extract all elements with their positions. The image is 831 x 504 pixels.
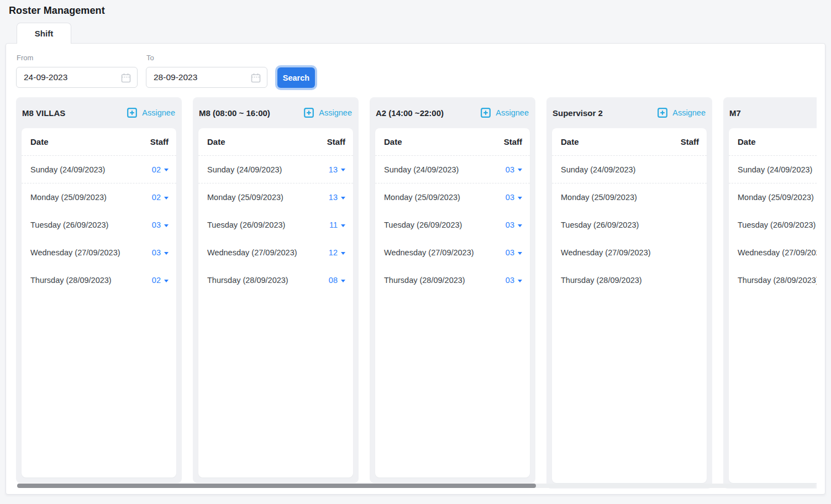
- table-row: Thursday (28/09/2023): [552, 266, 707, 294]
- table-row: Thursday (28/09/2023) 08: [198, 266, 353, 294]
- shift-name: M8 (08:00 ~ 16:00): [199, 108, 270, 118]
- row-date: Monday (25/09/2023): [561, 193, 637, 202]
- row-date: Thursday (28/09/2023): [384, 276, 465, 285]
- staff-count-dropdown[interactable]: 02: [152, 165, 169, 174]
- roster-table: Date Staff Sunday (24/09/2023) 13 Monday…: [198, 128, 353, 477]
- roster-table: Date Staff Sunday (24/09/2023) 02 Monday…: [22, 128, 176, 477]
- row-date: Sunday (24/09/2023): [384, 165, 459, 174]
- table-header-row: Date Staff: [198, 128, 353, 156]
- staff-count-dropdown[interactable]: 03: [506, 221, 522, 229]
- row-date: Sunday (24/09/2023): [30, 165, 105, 174]
- to-date-field: [146, 67, 267, 88]
- horizontal-scrollbar-thumb[interactable]: [17, 484, 536, 488]
- table-row: Sunday (24/09/2023): [729, 156, 817, 183]
- table-row: Tuesday (26/09/2023): [729, 211, 817, 239]
- to-date-input[interactable]: [146, 67, 267, 87]
- chevron-down-icon: [164, 197, 169, 200]
- row-date: Thursday (28/09/2023): [30, 276, 112, 285]
- staff-count-dropdown[interactable]: 13: [329, 193, 345, 202]
- tab-shift-label: Shift: [35, 29, 53, 38]
- shift-column-a2: A2 (14:00 ~22:00) Assignee Date Staff: [370, 97, 535, 483]
- add-assignee-button[interactable]: Assignee: [304, 108, 352, 118]
- table-row: Wednesday (27/09/2023): [552, 239, 707, 266]
- horizontal-scrollbar-track[interactable]: [17, 484, 816, 488]
- table-row: Tuesday (26/09/2023): [552, 211, 707, 239]
- row-date: Monday (25/09/2023): [30, 193, 107, 202]
- staff-count-dropdown[interactable]: 03: [506, 165, 522, 174]
- row-date: Tuesday (26/09/2023): [738, 221, 816, 229]
- staff-column-header: Staff: [681, 137, 699, 146]
- table-row: Wednesday (27/09/2023): [729, 239, 817, 266]
- date-column-header: Date: [738, 137, 756, 146]
- staff-column-header: Staff: [504, 137, 522, 146]
- table-row: Sunday (24/09/2023) 03: [375, 156, 530, 183]
- table-header-row: Date Staff: [552, 128, 707, 156]
- chevron-down-icon: [341, 252, 345, 255]
- table-header-row: Date Staff: [375, 128, 530, 156]
- row-date: Wednesday (27/09/2023): [207, 248, 297, 257]
- add-assignee-button[interactable]: Assignee: [481, 108, 529, 118]
- shift-name: Supervisor 2: [553, 108, 603, 118]
- table-row: Monday (25/09/2023): [552, 183, 707, 211]
- table-row: Monday (25/09/2023) 13: [198, 183, 353, 211]
- plus-square-icon: [304, 108, 314, 118]
- search-button[interactable]: Search: [277, 67, 315, 88]
- staff-count-dropdown[interactable]: 02: [152, 193, 169, 202]
- main-panel: From To Search M8 VILLAS: [6, 43, 825, 495]
- row-date: Monday (25/09/2023): [384, 193, 460, 202]
- shift-name: M7: [729, 108, 741, 118]
- row-date: Sunday (24/09/2023): [207, 165, 282, 174]
- from-date-input[interactable]: [17, 67, 137, 87]
- calendar-icon[interactable]: [251, 73, 261, 83]
- staff-count-dropdown[interactable]: 11: [329, 221, 345, 229]
- table-row: Wednesday (27/09/2023) 12: [198, 239, 353, 266]
- row-date: Sunday (24/09/2023): [738, 165, 812, 174]
- from-label: From: [17, 54, 33, 62]
- table-header-row: Date Staff: [22, 128, 176, 156]
- staff-count-dropdown[interactable]: 02: [152, 276, 169, 285]
- row-date: Wednesday (27/09/2023): [384, 248, 474, 257]
- from-date-field: [16, 67, 138, 88]
- shift-column-supervisor-2: Supervisor 2 Assignee Date Staff: [546, 97, 712, 489]
- assignee-label: Assignee: [142, 108, 175, 117]
- staff-count-dropdown[interactable]: 13: [329, 165, 345, 174]
- chevron-down-icon: [341, 197, 345, 200]
- row-date: Thursday (28/09/2023): [561, 276, 642, 285]
- roster-table: Date Staff Sunday (24/09/2023) Monday (2…: [729, 128, 817, 483]
- row-date: Thursday (28/09/2023): [207, 276, 288, 285]
- shift-column-m7: M7 Assignee Date Staff: [723, 97, 817, 489]
- add-assignee-button[interactable]: Assignee: [127, 108, 175, 118]
- table-row: Thursday (28/09/2023) 03: [375, 266, 530, 294]
- row-date: Wednesday (27/09/2023): [561, 248, 651, 257]
- calendar-icon[interactable]: [121, 73, 131, 83]
- chevron-down-icon: [518, 169, 522, 171]
- tab-shift[interactable]: Shift: [17, 23, 71, 44]
- page-title: Roster Management: [9, 5, 105, 17]
- table-row: Monday (25/09/2023) 03: [375, 183, 530, 211]
- table-header-row: Date Staff: [729, 128, 817, 156]
- staff-count-dropdown[interactable]: 08: [329, 276, 345, 285]
- row-date: Tuesday (26/09/2023): [561, 221, 639, 229]
- staff-count-dropdown[interactable]: 12: [329, 248, 345, 257]
- row-date: Tuesday (26/09/2023): [384, 221, 462, 229]
- chevron-down-icon: [164, 280, 169, 282]
- staff-count-dropdown[interactable]: 03: [506, 248, 522, 257]
- shift-cards-row: M8 VILLAS Assignee Date Staff: [16, 97, 817, 489]
- staff-count-dropdown[interactable]: 03: [152, 248, 169, 257]
- table-row: Thursday (28/09/2023) 02: [22, 266, 176, 294]
- staff-count-dropdown[interactable]: 03: [506, 193, 522, 202]
- shift-column-header: A2 (14:00 ~22:00) Assignee: [370, 97, 535, 128]
- plus-square-icon: [658, 108, 667, 118]
- table-row: Monday (25/09/2023): [729, 183, 817, 211]
- date-column-header: Date: [384, 137, 402, 146]
- shift-columns-scroll-area: M8 VILLAS Assignee Date Staff: [16, 97, 817, 489]
- staff-count-dropdown[interactable]: 03: [506, 276, 522, 285]
- row-date: Tuesday (26/09/2023): [207, 221, 285, 229]
- row-date: Tuesday (26/09/2023): [30, 221, 108, 229]
- chevron-down-icon: [518, 224, 522, 227]
- add-assignee-button[interactable]: Assignee: [658, 108, 706, 118]
- plus-square-icon: [481, 108, 491, 118]
- date-column-header: Date: [561, 137, 579, 146]
- table-row: Tuesday (26/09/2023) 03: [375, 211, 530, 239]
- staff-count-dropdown[interactable]: 03: [152, 221, 169, 229]
